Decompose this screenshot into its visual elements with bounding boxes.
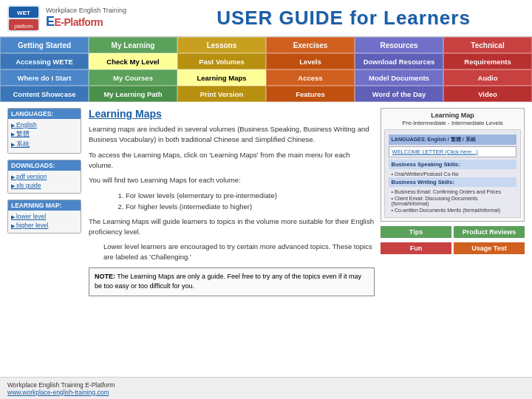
- learningmap-panel: LEARNING MAP: lower level higher level: [7, 200, 81, 233]
- map-langs: LANGUAGES: English / 繁體 / 系統: [389, 134, 517, 145]
- note-label: NOTE:: [95, 273, 115, 280]
- download-pdf[interactable]: pdf version: [11, 173, 78, 180]
- writing-skills-header: Business Writing Skills:: [389, 177, 517, 187]
- nav-my-learning[interactable]: My Learning: [89, 37, 177, 53]
- list-item-2: For higher levels (intermediate to highe…: [126, 201, 375, 212]
- downloads-panel: DOWNLOADS: pdf version xls guide: [7, 160, 81, 194]
- lang-traditional[interactable]: 繁體: [11, 130, 78, 139]
- logo-text: Workplace English Training EE-Platform: [46, 7, 126, 30]
- nav-requirements[interactable]: Requirements: [443, 53, 532, 69]
- writing-item-3: • Co-written Documents Merits (formal/in…: [389, 207, 517, 214]
- map-lower[interactable]: lower level: [11, 213, 78, 220]
- nav-video[interactable]: Video: [443, 86, 532, 102]
- main-content: LANGUAGES: English 繁體 系統 DOWNLOADS: pdf …: [0, 102, 532, 309]
- lang-english[interactable]: English: [11, 121, 78, 129]
- map-preview-title: Learning Map Pre-Intermediate - Intermed…: [384, 112, 521, 126]
- nav-lessons[interactable]: Lessons: [177, 37, 266, 53]
- content-para1: Learning maps are included in several vo…: [89, 124, 375, 146]
- nav-row-1: Getting Started My Learning Lessons Exer…: [0, 37, 532, 53]
- logo-area: WET platform Workplace English Training …: [6, 4, 161, 33]
- languages-header: LANGUAGES:: [8, 109, 81, 119]
- logo-brand: EE-Platform: [46, 14, 126, 30]
- languages-panel: LANGUAGES: English 繁體 系統: [7, 108, 81, 154]
- nav-my-learning-path[interactable]: My Learning Path: [89, 86, 177, 102]
- nav-row-3: Where do I Start My Courses Learning Map…: [0, 69, 532, 86]
- nav-access[interactable]: Access: [266, 69, 355, 86]
- writing-item-1: • Business Email: Confirming Orders and …: [389, 188, 517, 195]
- nav-row-4: Content Showcase My Learning Path Print …: [0, 86, 532, 102]
- speaking-item-1: • Oral/Written/Podcast Co-No: [389, 171, 517, 177]
- learningmap-body: lower level higher level: [8, 211, 81, 233]
- nav-container: Getting Started My Learning Lessons Exer…: [0, 37, 532, 102]
- nav-where-do-i-start[interactable]: Where do I Start: [0, 69, 89, 86]
- svg-text:platform: platform: [14, 24, 33, 30]
- languages-body: English 繁體 系統: [8, 119, 81, 153]
- center-content: Learning Maps Learning maps are included…: [89, 108, 381, 303]
- nav-learning-maps[interactable]: Learning Maps: [177, 69, 266, 86]
- download-xls[interactable]: xls guide: [11, 182, 78, 189]
- usage-test-box[interactable]: Usage Test: [454, 242, 525, 254]
- speaking-skills-header: Business Speaking Skills:: [389, 160, 517, 169]
- svg-text:WET: WET: [17, 10, 30, 16]
- left-panel: LANGUAGES: English 繁體 系統 DOWNLOADS: pdf …: [7, 108, 81, 303]
- nav-past-volumes[interactable]: Past Volumes: [177, 53, 266, 69]
- content-para2: To access the Learning Maps, click on 'L…: [89, 150, 375, 171]
- welcome-letter[interactable]: WELCOME LETTER (Click here...): [389, 146, 517, 157]
- nav-word-of-day[interactable]: Word of the Day: [355, 86, 443, 102]
- nav-features[interactable]: Features: [266, 86, 355, 102]
- content-para4: Lower level learners are encouraged to t…: [103, 242, 375, 263]
- nav-technical[interactable]: Technical: [443, 37, 532, 53]
- page-main-title: USER GUIDE for Learners: [161, 7, 526, 30]
- writing-item-2: • Client Email: Discussing Documents (fo…: [389, 195, 517, 207]
- map-image: LANGUAGES: English / 繁體 / 系統 WELCOME LET…: [384, 129, 521, 218]
- nav-row-2: Accessing WETE Check My Level Past Volum…: [0, 53, 532, 69]
- downloads-header: DOWNLOADS:: [8, 160, 81, 171]
- page-title: Learning Maps: [89, 108, 375, 120]
- side-boxes: Tips Product Reviews Fun Usage Test: [381, 226, 525, 256]
- footer-line1: Workplace English Training E-Platform: [7, 381, 525, 389]
- nav-accessing-wete[interactable]: Accessing WETE: [0, 53, 89, 69]
- nav-exercises[interactable]: Exercises: [266, 37, 355, 53]
- logo-icon: WET platform: [6, 4, 41, 33]
- note-text: The Learning Maps are only a guide. Feel…: [95, 273, 361, 290]
- nav-print-version[interactable]: Print Version: [177, 86, 266, 102]
- nav-content-showcase[interactable]: Content Showcase: [0, 86, 89, 102]
- right-panel: Learning Map Pre-Intermediate - Intermed…: [381, 108, 525, 303]
- nav-getting-started[interactable]: Getting Started: [0, 37, 89, 53]
- nav-my-courses[interactable]: My Courses: [89, 69, 177, 86]
- map-higher[interactable]: higher level: [11, 222, 78, 229]
- learningmap-header: LEARNING MAP:: [8, 200, 81, 211]
- nav-download-resources[interactable]: Download Resources: [355, 53, 443, 69]
- downloads-body: pdf version xls guide: [8, 171, 81, 193]
- nav-levels[interactable]: Levels: [266, 53, 355, 69]
- lang-simplified[interactable]: 系統: [11, 140, 78, 149]
- map-subtitle: Pre-Intermediate - Intermediate Levels: [402, 120, 503, 126]
- footer-link[interactable]: www.workplace-english-training.com: [7, 389, 525, 396]
- content-list: For lower levels (elementary to pre-inte…: [126, 190, 375, 212]
- list-item-1: For lower levels (elementary to pre-inte…: [126, 190, 375, 201]
- note-box: NOTE: The Learning Maps are only a guide…: [89, 267, 375, 296]
- fun-box[interactable]: Fun: [381, 242, 451, 254]
- footer: Workplace English Training E-Platform ww…: [0, 377, 532, 399]
- product-reviews-box[interactable]: Product Reviews: [454, 226, 525, 238]
- content-list-intro: You will find two Learning Maps for each…: [89, 175, 375, 185]
- logo-tagline: Workplace English Training: [46, 7, 126, 14]
- header: WET platform Workplace English Training …: [0, 0, 532, 37]
- nav-check-my-level[interactable]: Check My Level: [89, 53, 177, 69]
- learning-map-preview: Learning Map Pre-Intermediate - Intermed…: [381, 108, 525, 222]
- nav-model-documents[interactable]: Model Documents: [355, 69, 443, 86]
- content-para3: The Learning Maps will guide learners to…: [89, 216, 375, 238]
- nav-resources[interactable]: Resources: [355, 37, 443, 53]
- nav-audio[interactable]: Audio: [443, 69, 532, 86]
- tips-box[interactable]: Tips: [381, 226, 451, 238]
